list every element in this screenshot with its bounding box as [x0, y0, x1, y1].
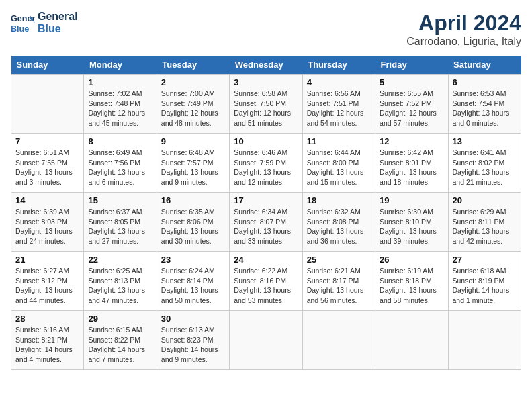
calendar-cell: 17Sunrise: 6:34 AM Sunset: 8:07 PM Dayli… [230, 193, 302, 252]
calendar-cell: 24Sunrise: 6:22 AM Sunset: 8:16 PM Dayli… [230, 252, 302, 311]
cell-content: Sunrise: 6:35 AM Sunset: 8:06 PM Dayligh… [161, 207, 225, 246]
calendar-cell: 3Sunrise: 6:58 AM Sunset: 7:50 PM Daylig… [230, 75, 302, 134]
cell-content: Sunrise: 6:27 AM Sunset: 8:12 PM Dayligh… [15, 266, 79, 306]
day-number: 7 [15, 136, 79, 146]
calendar-cell: 20Sunrise: 6:29 AM Sunset: 8:11 PM Dayli… [448, 193, 521, 252]
svg-text:Blue: Blue [11, 24, 29, 34]
day-number: 11 [307, 136, 371, 146]
day-number: 19 [380, 195, 443, 205]
day-number: 24 [234, 255, 298, 265]
calendar-cell: 26Sunrise: 6:19 AM Sunset: 8:18 PM Dayli… [375, 252, 448, 311]
page-header: General Blue General Blue April 2024 Car… [11, 11, 521, 48]
logo-text: General Blue [38, 11, 78, 35]
header-day-sunday: Sunday [11, 56, 84, 75]
cell-content: Sunrise: 6:58 AM Sunset: 7:50 PM Dayligh… [234, 89, 298, 128]
calendar-cell: 19Sunrise: 6:30 AM Sunset: 8:10 PM Dayli… [375, 193, 448, 252]
location: Carrodano, Liguria, Italy [406, 36, 521, 48]
day-number: 3 [234, 77, 298, 87]
cell-content: Sunrise: 6:16 AM Sunset: 8:21 PM Dayligh… [15, 325, 79, 365]
cell-content: Sunrise: 6:24 AM Sunset: 8:14 PM Dayligh… [161, 266, 225, 306]
header-day-thursday: Thursday [302, 56, 375, 75]
day-number: 4 [307, 77, 371, 87]
week-row-5: 28Sunrise: 6:16 AM Sunset: 8:21 PM Dayli… [11, 311, 521, 370]
cell-content: Sunrise: 6:41 AM Sunset: 8:02 PM Dayligh… [453, 148, 517, 187]
day-number: 23 [161, 255, 225, 265]
cell-content: Sunrise: 6:37 AM Sunset: 8:05 PM Dayligh… [88, 207, 152, 246]
day-number: 5 [380, 77, 443, 87]
week-row-4: 21Sunrise: 6:27 AM Sunset: 8:12 PM Dayli… [11, 252, 521, 311]
calendar-cell: 27Sunrise: 6:18 AM Sunset: 8:19 PM Dayli… [448, 252, 521, 311]
cell-content: Sunrise: 6:19 AM Sunset: 8:18 PM Dayligh… [380, 266, 443, 306]
calendar-cell: 5Sunrise: 6:55 AM Sunset: 7:52 PM Daylig… [375, 75, 448, 134]
cell-content: Sunrise: 6:22 AM Sunset: 8:16 PM Dayligh… [234, 266, 298, 306]
cell-content: Sunrise: 6:44 AM Sunset: 8:00 PM Dayligh… [307, 148, 371, 187]
calendar-cell: 22Sunrise: 6:25 AM Sunset: 8:13 PM Dayli… [84, 252, 157, 311]
day-number: 12 [380, 136, 443, 146]
cell-content: Sunrise: 6:39 AM Sunset: 8:03 PM Dayligh… [15, 207, 79, 246]
calendar-cell [375, 311, 448, 370]
calendar-cell: 16Sunrise: 6:35 AM Sunset: 8:06 PM Dayli… [157, 193, 229, 252]
calendar-cell: 25Sunrise: 6:21 AM Sunset: 8:17 PM Dayli… [302, 252, 375, 311]
calendar-cell: 18Sunrise: 6:32 AM Sunset: 8:08 PM Dayli… [302, 193, 375, 252]
cell-content: Sunrise: 6:18 AM Sunset: 8:19 PM Dayligh… [453, 266, 517, 306]
cell-content: Sunrise: 7:00 AM Sunset: 7:49 PM Dayligh… [161, 89, 225, 128]
day-number: 27 [453, 255, 517, 265]
cell-content: Sunrise: 6:56 AM Sunset: 7:51 PM Dayligh… [307, 89, 371, 128]
week-row-3: 14Sunrise: 6:39 AM Sunset: 8:03 PM Dayli… [11, 193, 521, 252]
calendar-cell: 28Sunrise: 6:16 AM Sunset: 8:21 PM Dayli… [11, 311, 84, 370]
day-number: 18 [307, 195, 371, 205]
cell-content: Sunrise: 6:34 AM Sunset: 8:07 PM Dayligh… [234, 207, 298, 246]
day-number: 17 [234, 195, 298, 205]
cell-content: Sunrise: 6:25 AM Sunset: 8:13 PM Dayligh… [88, 266, 152, 306]
header-day-saturday: Saturday [448, 56, 521, 75]
day-number: 8 [88, 136, 152, 146]
day-number: 20 [453, 195, 517, 205]
calendar-cell [448, 311, 521, 370]
day-number: 16 [161, 195, 225, 205]
cell-content: Sunrise: 6:55 AM Sunset: 7:52 PM Dayligh… [380, 89, 443, 128]
calendar-cell: 14Sunrise: 6:39 AM Sunset: 8:03 PM Dayli… [11, 193, 84, 252]
logo-icon: General Blue [11, 11, 35, 35]
calendar-cell: 15Sunrise: 6:37 AM Sunset: 8:05 PM Dayli… [84, 193, 157, 252]
day-number: 15 [88, 195, 152, 205]
day-number: 9 [161, 136, 225, 146]
day-number: 13 [453, 136, 517, 146]
day-number: 2 [161, 77, 225, 87]
calendar-cell: 8Sunrise: 6:49 AM Sunset: 7:56 PM Daylig… [84, 134, 157, 193]
calendar-cell: 10Sunrise: 6:46 AM Sunset: 7:59 PM Dayli… [230, 134, 302, 193]
cell-content: Sunrise: 6:29 AM Sunset: 8:11 PM Dayligh… [453, 207, 517, 246]
calendar-cell: 23Sunrise: 6:24 AM Sunset: 8:14 PM Dayli… [157, 252, 229, 311]
calendar-cell: 7Sunrise: 6:51 AM Sunset: 7:55 PM Daylig… [11, 134, 84, 193]
calendar-cell: 12Sunrise: 6:42 AM Sunset: 8:01 PM Dayli… [375, 134, 448, 193]
calendar-table: SundayMondayTuesdayWednesdayThursdayFrid… [11, 56, 521, 370]
day-number: 28 [15, 314, 79, 324]
header-day-monday: Monday [84, 56, 157, 75]
cell-content: Sunrise: 6:30 AM Sunset: 8:10 PM Dayligh… [380, 207, 443, 246]
title-block: April 2024 Carrodano, Liguria, Italy [406, 11, 521, 48]
calendar-cell [11, 75, 84, 134]
day-number: 14 [15, 195, 79, 205]
week-row-2: 7Sunrise: 6:51 AM Sunset: 7:55 PM Daylig… [11, 134, 521, 193]
calendar-cell: 30Sunrise: 6:13 AM Sunset: 8:23 PM Dayli… [157, 311, 229, 370]
cell-content: Sunrise: 6:51 AM Sunset: 7:55 PM Dayligh… [15, 148, 79, 187]
calendar-cell [302, 311, 375, 370]
cell-content: Sunrise: 6:48 AM Sunset: 7:57 PM Dayligh… [161, 148, 225, 187]
logo: General Blue General Blue [11, 11, 78, 35]
calendar-cell: 21Sunrise: 6:27 AM Sunset: 8:12 PM Dayli… [11, 252, 84, 311]
cell-content: Sunrise: 6:15 AM Sunset: 8:22 PM Dayligh… [88, 325, 152, 365]
cell-content: Sunrise: 6:13 AM Sunset: 8:23 PM Dayligh… [161, 325, 225, 365]
cell-content: Sunrise: 6:53 AM Sunset: 7:54 PM Dayligh… [453, 89, 517, 128]
calendar-cell: 11Sunrise: 6:44 AM Sunset: 8:00 PM Dayli… [302, 134, 375, 193]
calendar-cell: 13Sunrise: 6:41 AM Sunset: 8:02 PM Dayli… [448, 134, 521, 193]
calendar-cell: 29Sunrise: 6:15 AM Sunset: 8:22 PM Dayli… [84, 311, 157, 370]
day-number: 22 [88, 255, 152, 265]
calendar-cell: 6Sunrise: 6:53 AM Sunset: 7:54 PM Daylig… [448, 75, 521, 134]
day-number: 10 [234, 136, 298, 146]
day-number: 25 [307, 255, 371, 265]
header-day-tuesday: Tuesday [157, 56, 229, 75]
day-number: 21 [15, 255, 79, 265]
header-day-friday: Friday [375, 56, 448, 75]
calendar-cell: 2Sunrise: 7:00 AM Sunset: 7:49 PM Daylig… [157, 75, 229, 134]
month-title: April 2024 [406, 11, 521, 36]
calendar-cell: 4Sunrise: 6:56 AM Sunset: 7:51 PM Daylig… [302, 75, 375, 134]
